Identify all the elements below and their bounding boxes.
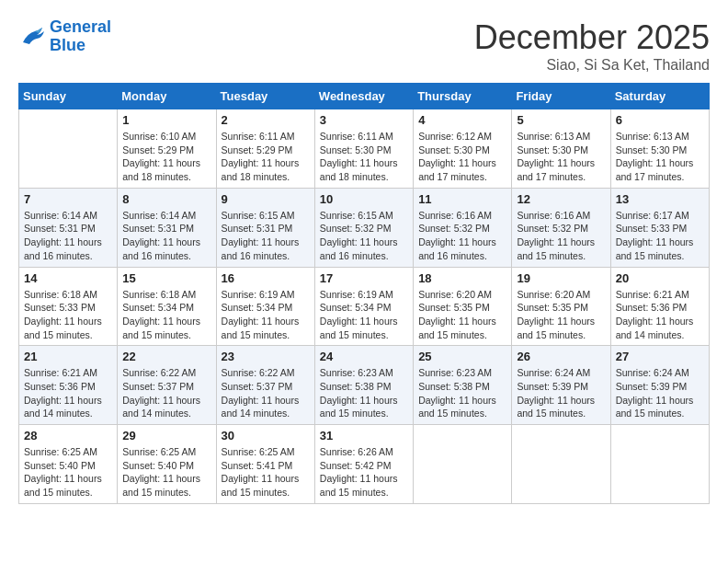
day-info: Sunrise: 6:23 AMSunset: 5:38 PMDaylight:… — [418, 366, 506, 420]
title-block: December 2025 Siao, Si Sa Ket, Thailand — [474, 18, 710, 74]
calendar-cell: 18Sunrise: 6:20 AMSunset: 5:35 PMDayligh… — [414, 267, 512, 346]
day-number: 6 — [616, 113, 704, 127]
day-info: Sunrise: 6:16 AMSunset: 5:32 PMDaylight:… — [418, 209, 506, 263]
calendar-cell: 28Sunrise: 6:25 AMSunset: 5:40 PMDayligh… — [19, 425, 118, 504]
day-number: 27 — [616, 350, 704, 363]
calendar-week-5: 28Sunrise: 6:25 AMSunset: 5:40 PMDayligh… — [19, 425, 710, 504]
day-number: 30 — [222, 429, 310, 442]
calendar-cell: 4Sunrise: 6:12 AMSunset: 5:30 PMDaylight… — [414, 109, 512, 189]
day-number: 28 — [24, 429, 112, 442]
header-cell-tuesday: Tuesday — [216, 84, 314, 109]
header-cell-friday: Friday — [512, 84, 610, 109]
calendar-week-2: 7Sunrise: 6:14 AMSunset: 5:31 PMDaylight… — [19, 188, 710, 267]
day-number: 25 — [418, 350, 506, 363]
day-number: 9 — [222, 192, 310, 206]
calendar-cell: 16Sunrise: 6:19 AMSunset: 5:34 PMDayligh… — [216, 267, 314, 346]
day-info: Sunrise: 6:20 AMSunset: 5:35 PMDaylight:… — [418, 288, 506, 342]
logo-text: General Blue — [50, 18, 111, 55]
calendar-header: SundayMondayTuesdayWednesdayThursdayFrid… — [19, 84, 710, 109]
day-number: 22 — [122, 350, 210, 363]
day-number: 3 — [320, 113, 408, 127]
day-number: 24 — [320, 350, 408, 363]
calendar-cell: 22Sunrise: 6:22 AMSunset: 5:37 PMDayligh… — [118, 346, 216, 425]
header-cell-monday: Monday — [118, 84, 216, 109]
calendar-cell: 31Sunrise: 6:26 AMSunset: 5:42 PMDayligh… — [314, 425, 413, 504]
header-cell-sunday: Sunday — [19, 84, 118, 109]
day-number: 4 — [418, 113, 506, 127]
logo-icon — [18, 26, 46, 48]
day-number: 15 — [122, 271, 210, 285]
day-info: Sunrise: 6:17 AMSunset: 5:33 PMDaylight:… — [616, 209, 704, 263]
page-header: General Blue December 2025 Siao, Si Sa K… — [18, 18, 710, 74]
day-info: Sunrise: 6:24 AMSunset: 5:39 PMDaylight:… — [616, 366, 704, 420]
calendar-cell: 25Sunrise: 6:23 AMSunset: 5:38 PMDayligh… — [414, 346, 512, 425]
day-info: Sunrise: 6:19 AMSunset: 5:34 PMDaylight:… — [222, 288, 310, 342]
day-number: 23 — [222, 350, 310, 363]
calendar-cell — [610, 425, 709, 504]
calendar-cell: 20Sunrise: 6:21 AMSunset: 5:36 PMDayligh… — [610, 267, 709, 346]
calendar-cell: 3Sunrise: 6:11 AMSunset: 5:30 PMDaylight… — [314, 109, 413, 189]
day-info: Sunrise: 6:26 AMSunset: 5:42 PMDaylight:… — [320, 445, 408, 500]
calendar-cell: 14Sunrise: 6:18 AMSunset: 5:33 PMDayligh… — [19, 267, 118, 346]
header-cell-saturday: Saturday — [610, 84, 709, 109]
calendar-cell: 30Sunrise: 6:25 AMSunset: 5:41 PMDayligh… — [216, 425, 314, 504]
day-info: Sunrise: 6:12 AMSunset: 5:30 PMDaylight:… — [418, 130, 506, 184]
calendar-week-1: 1Sunrise: 6:10 AMSunset: 5:29 PMDaylight… — [19, 109, 710, 189]
calendar-cell: 11Sunrise: 6:16 AMSunset: 5:32 PMDayligh… — [414, 188, 512, 267]
day-info: Sunrise: 6:22 AMSunset: 5:37 PMDaylight:… — [122, 366, 210, 420]
calendar-cell: 21Sunrise: 6:21 AMSunset: 5:36 PMDayligh… — [19, 346, 118, 425]
day-info: Sunrise: 6:15 AMSunset: 5:31 PMDaylight:… — [222, 209, 310, 263]
calendar-cell: 23Sunrise: 6:22 AMSunset: 5:37 PMDayligh… — [216, 346, 314, 425]
calendar-cell: 5Sunrise: 6:13 AMSunset: 5:30 PMDaylight… — [512, 109, 610, 189]
calendar-subtitle: Siao, Si Sa Ket, Thailand — [474, 57, 710, 74]
day-info: Sunrise: 6:11 AMSunset: 5:30 PMDaylight:… — [320, 130, 408, 184]
calendar-cell: 10Sunrise: 6:15 AMSunset: 5:32 PMDayligh… — [314, 188, 413, 267]
day-number: 21 — [24, 350, 112, 363]
calendar-cell — [512, 425, 610, 504]
calendar-cell: 17Sunrise: 6:19 AMSunset: 5:34 PMDayligh… — [314, 267, 413, 346]
calendar-cell: 15Sunrise: 6:18 AMSunset: 5:34 PMDayligh… — [118, 267, 216, 346]
day-number: 13 — [616, 192, 704, 206]
calendar-cell: 2Sunrise: 6:11 AMSunset: 5:29 PMDaylight… — [216, 109, 314, 189]
calendar-cell: 13Sunrise: 6:17 AMSunset: 5:33 PMDayligh… — [610, 188, 709, 267]
day-number: 10 — [320, 192, 408, 206]
day-info: Sunrise: 6:22 AMSunset: 5:37 PMDaylight:… — [222, 366, 310, 420]
calendar-body: 1Sunrise: 6:10 AMSunset: 5:29 PMDaylight… — [19, 109, 710, 504]
day-number: 14 — [24, 271, 112, 285]
calendar-cell — [19, 109, 118, 189]
day-number: 2 — [222, 113, 310, 127]
day-info: Sunrise: 6:19 AMSunset: 5:34 PMDaylight:… — [320, 288, 408, 342]
calendar-cell: 27Sunrise: 6:24 AMSunset: 5:39 PMDayligh… — [610, 346, 709, 425]
day-info: Sunrise: 6:25 AMSunset: 5:40 PMDaylight:… — [24, 445, 112, 500]
day-number: 5 — [517, 113, 605, 127]
day-number: 12 — [517, 192, 605, 206]
day-number: 16 — [222, 271, 310, 285]
day-number: 29 — [122, 429, 210, 442]
day-info: Sunrise: 6:14 AMSunset: 5:31 PMDaylight:… — [122, 209, 210, 263]
calendar-cell: 24Sunrise: 6:23 AMSunset: 5:38 PMDayligh… — [314, 346, 413, 425]
header-cell-thursday: Thursday — [414, 84, 512, 109]
day-number: 26 — [517, 350, 605, 363]
logo: General Blue — [18, 18, 111, 55]
day-number: 8 — [122, 192, 210, 206]
header-row: SundayMondayTuesdayWednesdayThursdayFrid… — [19, 84, 710, 109]
calendar-cell: 6Sunrise: 6:13 AMSunset: 5:30 PMDaylight… — [610, 109, 709, 189]
day-info: Sunrise: 6:16 AMSunset: 5:32 PMDaylight:… — [517, 209, 605, 263]
day-info: Sunrise: 6:21 AMSunset: 5:36 PMDaylight:… — [616, 288, 704, 342]
day-info: Sunrise: 6:14 AMSunset: 5:31 PMDaylight:… — [24, 209, 112, 263]
day-number: 19 — [517, 271, 605, 285]
day-info: Sunrise: 6:15 AMSunset: 5:32 PMDaylight:… — [320, 209, 408, 263]
day-number: 18 — [418, 271, 506, 285]
day-info: Sunrise: 6:25 AMSunset: 5:40 PMDaylight:… — [122, 445, 210, 500]
day-info: Sunrise: 6:20 AMSunset: 5:35 PMDaylight:… — [517, 288, 605, 342]
day-number: 20 — [616, 271, 704, 285]
day-number: 17 — [320, 271, 408, 285]
calendar-week-4: 21Sunrise: 6:21 AMSunset: 5:36 PMDayligh… — [19, 346, 710, 425]
day-info: Sunrise: 6:18 AMSunset: 5:34 PMDaylight:… — [122, 288, 210, 342]
day-number: 7 — [24, 192, 112, 206]
day-info: Sunrise: 6:10 AMSunset: 5:29 PMDaylight:… — [122, 130, 210, 184]
calendar-cell: 12Sunrise: 6:16 AMSunset: 5:32 PMDayligh… — [512, 188, 610, 267]
calendar-cell: 9Sunrise: 6:15 AMSunset: 5:31 PMDaylight… — [216, 188, 314, 267]
calendar-week-3: 14Sunrise: 6:18 AMSunset: 5:33 PMDayligh… — [19, 267, 710, 346]
day-number: 31 — [320, 429, 408, 442]
